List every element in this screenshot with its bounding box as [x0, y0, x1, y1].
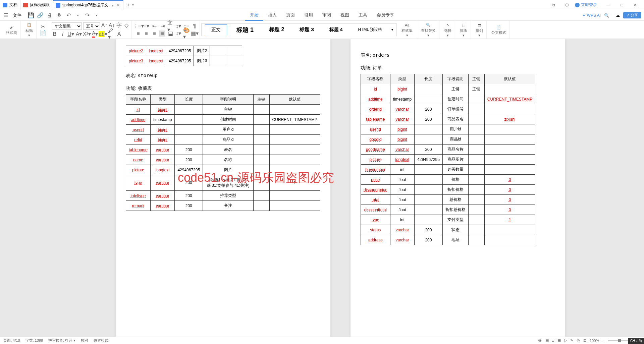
focus-icon[interactable]: ◎ — [577, 338, 580, 343]
table-cell[interactable] — [210, 46, 226, 56]
clear-format-icon[interactable]: ◇ — [123, 22, 129, 28]
official-mode-button[interactable]: 📄公文模式 — [490, 23, 507, 36]
table-cell[interactable] — [468, 134, 484, 145]
tab-documents[interactable]: 文档 — [0, 0, 20, 10]
table-cell[interactable]: bigint — [151, 125, 175, 135]
text-direction-icon[interactable]: 文▾ — [167, 23, 173, 29]
table-cell[interactable]: 商品表名 — [442, 114, 468, 124]
table-cell[interactable] — [269, 105, 320, 115]
hamburger-icon[interactable]: ☰ — [3, 12, 9, 19]
shrink-font-icon[interactable]: A↓ — [109, 22, 115, 28]
table-row[interactable]: namevarchar200名称 — [126, 155, 320, 165]
tab-member[interactable]: 会员专享 — [372, 10, 399, 21]
numbering-icon[interactable]: ≡▾ — [143, 23, 149, 29]
table-cell[interactable]: buynumber — [361, 165, 390, 175]
table-cell[interactable]: timestamp — [151, 115, 175, 125]
table-cell[interactable] — [175, 115, 203, 125]
table-cell[interactable]: 主键 — [203, 105, 253, 115]
table-cell[interactable] — [484, 124, 535, 134]
table-cell[interactable] — [484, 84, 535, 94]
table-cell[interactable] — [484, 145, 535, 155]
table-cell[interactable]: bigint — [151, 135, 175, 145]
table-cell[interactable]: varchar — [390, 104, 414, 114]
table-cell[interactable]: orderid — [361, 104, 390, 114]
table-cell[interactable]: zixishi — [484, 114, 535, 124]
table-cell[interactable] — [415, 94, 443, 104]
table-cell[interactable]: userid — [126, 125, 151, 135]
table-cell[interactable]: 状态 — [442, 225, 468, 235]
format-brush-button[interactable]: 🖌格式刷 — [5, 23, 18, 36]
table-cell[interactable]: price — [361, 175, 390, 185]
table-cell[interactable]: 200 — [175, 191, 203, 201]
table-cell[interactable]: 用户id — [442, 124, 468, 134]
table-cell[interactable]: 用户id — [203, 125, 253, 135]
table-row[interactable]: orderidvarchar200订单编号 — [361, 104, 535, 114]
table-cell[interactable] — [253, 155, 269, 165]
table-cell[interactable]: 购买数量 — [442, 165, 468, 175]
table-cell[interactable]: 0 — [484, 175, 535, 185]
proofread[interactable]: 校对 — [81, 338, 88, 343]
word-count[interactable]: 字数: 1098 — [25, 338, 43, 343]
table-cell[interactable] — [253, 125, 269, 135]
window-pip-icon[interactable]: ⧉ — [548, 0, 559, 10]
table-cell[interactable] — [468, 94, 484, 104]
style-heading4[interactable]: 标题 4 — [323, 25, 349, 35]
table-cell[interactable] — [253, 191, 269, 201]
window-cube-icon[interactable]: ⬡ — [561, 0, 572, 10]
table-cell[interactable]: 4294967295 — [175, 165, 203, 175]
table-cell[interactable]: 0 — [484, 185, 535, 195]
shading-icon[interactable]: 🖍▾ — [108, 31, 114, 37]
document-area[interactable]: picture2longtext4294967295图片2picture3lon… — [0, 39, 644, 337]
table-cell[interactable]: float — [390, 195, 414, 205]
table-cell[interactable]: id — [126, 105, 151, 115]
table-cell[interactable]: 名称 — [203, 155, 253, 165]
table-cell[interactable] — [415, 134, 443, 145]
table-cell[interactable] — [175, 105, 203, 115]
table-cell[interactable]: float — [390, 185, 414, 195]
table-cell[interactable] — [269, 125, 320, 135]
tab-template[interactable]: 拔框壳模板 — [20, 0, 53, 10]
table-cell[interactable]: status — [361, 225, 390, 235]
qat-menu[interactable]: ▾ — [93, 12, 100, 19]
table-cell[interactable] — [269, 165, 320, 175]
compat-mode[interactable]: 兼容模式 — [94, 338, 108, 343]
tab-reference[interactable]: 引用 — [300, 10, 318, 21]
align-justify-icon[interactable]: ≡ — [159, 31, 165, 37]
close-icon[interactable]: ✕ — [116, 3, 120, 8]
table-cell[interactable]: timestamp — [390, 94, 414, 104]
table-row[interactable]: useridbigint用户id — [361, 124, 535, 134]
table-cell[interactable] — [253, 175, 269, 191]
table-cell[interactable] — [210, 56, 226, 66]
table-cell[interactable]: 1 — [269, 175, 320, 191]
table-cell[interactable] — [269, 145, 320, 155]
table-row[interactable]: pricefloat价格0 — [361, 175, 535, 185]
table-cell[interactable] — [468, 124, 484, 134]
table-cell[interactable] — [253, 145, 269, 155]
para-shading-icon[interactable]: 🎨▾ — [183, 31, 190, 37]
file-menu[interactable]: 文件 — [9, 12, 25, 18]
increase-indent-icon[interactable]: ⇥ — [159, 23, 165, 29]
table-cell[interactable]: varchar — [151, 201, 175, 211]
redo-icon[interactable]: ↷ — [84, 12, 91, 19]
zoom-slider[interactable] — [608, 340, 628, 341]
cut-icon[interactable]: ✂ — [40, 24, 46, 30]
style-heading2[interactable]: 标题 2 — [263, 24, 290, 35]
table-cell[interactable]: name — [126, 155, 151, 165]
table-cell[interactable]: userid — [361, 124, 390, 134]
style-more-icon[interactable]: ▾ — [391, 28, 393, 32]
table-cell[interactable] — [253, 105, 269, 115]
table-row[interactable]: picture3longtext4294967295图片3 — [126, 56, 242, 66]
highlight-icon[interactable]: ab▾ — [100, 31, 106, 37]
table-cell[interactable]: addtime — [126, 115, 151, 125]
edit-icon[interactable]: ✎ — [570, 338, 573, 343]
table-row[interactable]: addtimetimestamp创建时间CURRENT_TIMESTAMP — [361, 94, 535, 104]
table-cell[interactable]: 主键 — [468, 84, 484, 94]
table-cell[interactable]: 200 — [175, 155, 203, 165]
table-row[interactable]: remarkvarchar200备注 — [126, 201, 320, 211]
table-storeup[interactable]: 字段名称类型长度字段说明主键默认值idbigint主键addtimetimest… — [126, 94, 320, 211]
preview-icon[interactable]: 👁 — [56, 12, 62, 19]
table-cell[interactable]: remark — [126, 201, 151, 211]
table-cell[interactable] — [415, 84, 443, 94]
table-cell[interactable] — [415, 124, 443, 134]
table-cell[interactable] — [415, 165, 443, 175]
